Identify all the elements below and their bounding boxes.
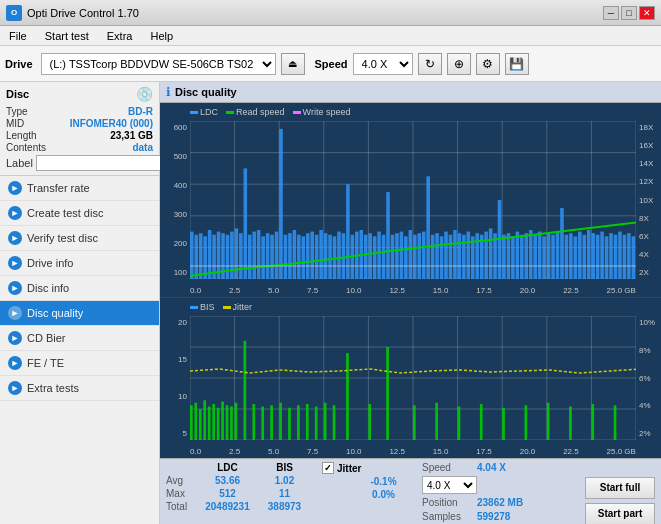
- disc-type-row: Type BD-R: [6, 106, 153, 117]
- chart-bottom-y-right: 10% 8% 6% 4% 2%: [636, 318, 661, 438]
- stats-total-label: Total: [166, 501, 198, 512]
- svg-rect-134: [190, 405, 193, 440]
- legend-write-speed-dot: [293, 111, 301, 114]
- sidebar-item-create-test-disc-label: Create test disc: [27, 207, 103, 219]
- sidebar-item-cd-bier[interactable]: ► CD Bier: [0, 326, 159, 351]
- disc-label-input[interactable]: [36, 155, 169, 171]
- stats-avg-ldc: 53.66: [200, 475, 255, 486]
- sidebar-item-extra-tests[interactable]: ► Extra tests: [0, 376, 159, 401]
- svg-rect-142: [226, 405, 229, 440]
- legend-read-speed: Read speed: [226, 107, 285, 117]
- menu-help[interactable]: Help: [146, 29, 177, 43]
- svg-rect-26: [230, 232, 234, 279]
- sidebar-item-verify-test-disc[interactable]: ► Verify test disc: [0, 226, 159, 251]
- sidebar-item-cd-bier-label: CD Bier: [27, 332, 66, 344]
- chart-top-y-left: 600 500 400 300 200 100: [160, 123, 190, 277]
- svg-rect-100: [560, 208, 564, 279]
- sidebar-item-disc-quality[interactable]: ► Disc quality: [0, 301, 159, 326]
- eject-button[interactable]: ⏏: [281, 53, 305, 75]
- stats-avg-bis: 1.02: [257, 475, 312, 486]
- jitter-checkbox[interactable]: ✓: [322, 462, 334, 474]
- svg-rect-138: [208, 407, 211, 440]
- verify-test-disc-icon: ►: [8, 231, 22, 245]
- chart-bottom-y-left: 20 15 10 5: [160, 318, 190, 438]
- svg-rect-154: [324, 403, 327, 440]
- svg-rect-58: [373, 236, 377, 279]
- svg-rect-64: [400, 232, 404, 279]
- action-buttons: Start full Start part: [585, 462, 655, 524]
- save-button[interactable]: 💾: [505, 53, 529, 75]
- sidebar-item-fe-te-label: FE / TE: [27, 357, 64, 369]
- svg-rect-136: [199, 409, 202, 440]
- maximize-button[interactable]: □: [621, 6, 637, 20]
- svg-rect-101: [565, 235, 569, 279]
- svg-rect-145: [244, 341, 247, 440]
- jitter-avg-label: [322, 476, 354, 487]
- disc-type-label: Type: [6, 106, 28, 117]
- svg-rect-162: [480, 404, 483, 440]
- speed-select-dropdown[interactable]: 4.0 X: [422, 476, 477, 494]
- svg-rect-71: [431, 235, 435, 279]
- speed-select[interactable]: 4.0 X: [353, 53, 413, 75]
- svg-rect-148: [270, 405, 273, 440]
- start-part-button[interactable]: Start part: [585, 503, 655, 525]
- svg-rect-79: [467, 232, 471, 279]
- legend-read-speed-dot: [226, 111, 234, 114]
- legend-write-speed-label: Write speed: [303, 107, 351, 117]
- svg-rect-158: [386, 347, 389, 440]
- sidebar-item-disc-info-label: Disc info: [27, 282, 69, 294]
- svg-rect-34: [266, 233, 270, 279]
- disc-type-value: BD-R: [128, 106, 153, 117]
- refresh-button[interactable]: ↻: [418, 53, 442, 75]
- svg-rect-75: [449, 235, 453, 279]
- svg-rect-168: [614, 405, 617, 440]
- sidebar-item-disc-info[interactable]: ► Disc info: [0, 276, 159, 301]
- sidebar-item-create-test-disc[interactable]: ► Create test disc: [0, 201, 159, 226]
- title-bar: O Opti Drive Control 1.70 ─ □ ✕: [0, 0, 661, 26]
- sidebar-item-verify-test-disc-label: Verify test disc: [27, 232, 98, 244]
- disc-mid-value: INFOMER40 (000): [70, 118, 153, 129]
- svg-rect-72: [435, 233, 439, 279]
- sidebar-item-transfer-rate[interactable]: ► Transfer rate: [0, 176, 159, 201]
- extra-tests-icon: ►: [8, 381, 22, 395]
- settings-button[interactable]: ⚙: [476, 53, 500, 75]
- sidebar-item-fe-te[interactable]: ► FE / TE: [0, 351, 159, 376]
- disc-quality-header: ℹ Disc quality: [160, 82, 661, 103]
- svg-rect-91: [520, 235, 524, 279]
- legend-read-speed-label: Read speed: [236, 107, 285, 117]
- svg-rect-102: [569, 233, 573, 279]
- svg-rect-81: [475, 233, 479, 279]
- legend-bis-label: BIS: [200, 302, 215, 312]
- chart-ldc: LDC Read speed Write speed 600 500 40: [160, 103, 661, 298]
- svg-rect-111: [609, 233, 613, 279]
- svg-rect-39: [288, 233, 292, 279]
- menu-file[interactable]: File: [5, 29, 31, 43]
- svg-rect-36: [275, 232, 279, 279]
- close-button[interactable]: ✕: [639, 6, 655, 20]
- svg-rect-78: [462, 235, 466, 279]
- svg-rect-90: [516, 232, 520, 279]
- svg-rect-77: [458, 233, 462, 279]
- start-full-button[interactable]: Start full: [585, 477, 655, 499]
- minimize-button[interactable]: ─: [603, 6, 619, 20]
- svg-rect-40: [293, 230, 297, 279]
- scan-button[interactable]: ⊕: [447, 53, 471, 75]
- menu-start-test[interactable]: Start test: [41, 29, 93, 43]
- disc-section-title: Disc: [6, 88, 29, 100]
- jitter-col-header: Jitter: [337, 463, 361, 474]
- stats-avg-jitter: -0.1%: [356, 476, 411, 487]
- disc-contents-value: data: [132, 142, 153, 153]
- disc-quality-header-icon: ℹ: [166, 85, 171, 99]
- svg-rect-42: [302, 236, 306, 279]
- svg-rect-94: [533, 235, 537, 279]
- svg-rect-68: [417, 233, 421, 279]
- menu-extra[interactable]: Extra: [103, 29, 137, 43]
- svg-rect-159: [413, 405, 416, 440]
- stats-avg-label: Avg: [166, 475, 198, 486]
- sidebar-item-drive-info[interactable]: ► Drive info: [0, 251, 159, 276]
- drive-select[interactable]: (L:) TSSTcorp BDDVDW SE-506CB TS02: [41, 53, 276, 75]
- charts-area: LDC Read speed Write speed 600 500 40: [160, 103, 661, 458]
- sidebar-item-transfer-rate-label: Transfer rate: [27, 182, 90, 194]
- stats-ldc-bis: LDC BIS Avg 53.66 1.02 Max 512 11 Total …: [166, 462, 312, 524]
- svg-rect-108: [596, 235, 600, 279]
